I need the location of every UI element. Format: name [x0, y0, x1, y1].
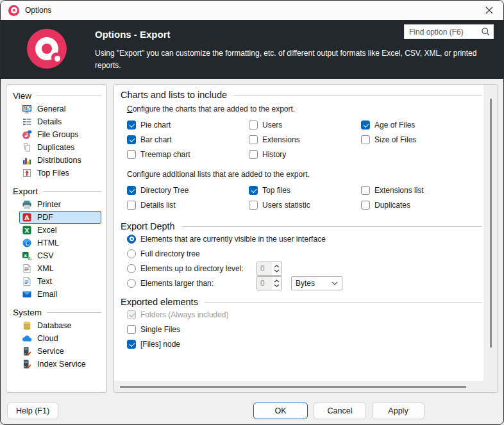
text-file-icon [22, 276, 32, 287]
vertical-scrollbar-thumb[interactable] [490, 99, 492, 347]
checkbox-box [361, 121, 370, 129]
horizontal-scrollbar-thumb[interactable] [120, 386, 466, 388]
sidebar-item-cloud[interactable]: Cloud [19, 332, 101, 345]
checkbox-label: Directory Tree [140, 186, 189, 195]
sidebar-item-csv[interactable]: xa, CSV [19, 249, 101, 262]
cancel-button[interactable]: Cancel [314, 403, 366, 419]
checkbox-box [361, 135, 370, 144]
checkbox-directory-tree[interactable]: Directory Tree [127, 183, 249, 197]
checkbox-size-of-files[interactable]: Size of Files [361, 132, 482, 147]
close-button[interactable] [475, 1, 503, 20]
checkbox-label: Pie chart [140, 121, 171, 129]
scrollbar-corner [483, 381, 498, 392]
checkbox-label: Extensions [262, 135, 300, 144]
radio-visible-elements[interactable]: Elements that are currently visible in t… [127, 231, 482, 246]
sidebar-item-top-files[interactable]: Top Files [19, 167, 101, 179]
lists-caption: Configure additional lists that are adde… [127, 170, 482, 179]
sidebar-item-html[interactable]: HTML [19, 237, 101, 249]
checkbox-extensions[interactable]: Extensions [249, 132, 361, 147]
sidebar-item-excel[interactable]: X Excel [19, 224, 101, 237]
radio-elements-larger-than[interactable]: Elements larger than: 0 Bytes [127, 276, 482, 290]
group-title: Exported elements [121, 297, 198, 307]
csv-icon: xa, [22, 251, 32, 261]
checkbox-details-list[interactable]: Details list [127, 197, 249, 212]
sidebar-item-label: Service [37, 347, 64, 356]
sidebar-item-file-groups[interactable]: File Groups [19, 128, 101, 141]
sidebar-item-label: XML [37, 264, 54, 273]
index-service-icon [22, 359, 32, 369]
radio-elements-up-to-level[interactable]: Elements up to directory level: 0 [127, 261, 482, 276]
horizontal-scrollbar[interactable] [114, 381, 483, 392]
bar-chart-icon [22, 155, 32, 165]
sidebar-item-email[interactable]: Email [19, 288, 101, 301]
sidebar-item-index-service[interactable]: Index Service [19, 358, 101, 371]
checkbox-box [127, 135, 136, 144]
checkbox-pie-chart[interactable]: Pie chart [127, 117, 249, 132]
svg-text:X: X [24, 227, 29, 234]
help-button[interactable]: Help (F1) [7, 403, 58, 419]
size-spinner[interactable]: 0 [256, 276, 282, 290]
sidebar-item-label: Excel [37, 226, 57, 235]
section-label: View [13, 91, 31, 101]
checkbox-duplicates[interactable]: Duplicates [361, 197, 482, 212]
sidebar-item-text[interactable]: Text [19, 275, 101, 288]
sidebar-item-label: Printer [37, 200, 61, 209]
sidebar-item-printer[interactable]: Printer [19, 198, 101, 211]
checkbox-label: Age of Files [374, 121, 415, 129]
chevron-down-icon [332, 281, 338, 285]
browser-icon [22, 238, 32, 248]
radio-full-directory-tree[interactable]: Full directory tree [127, 246, 482, 261]
close-icon [485, 6, 493, 14]
page-description: Using "Export" you can customize the for… [95, 47, 485, 71]
find-option-search[interactable] [404, 24, 494, 39]
sidebar-section-export: Export [6, 184, 106, 198]
unit-dropdown[interactable]: Bytes [291, 276, 342, 290]
sidebar-item-general[interactable]: General [19, 103, 101, 115]
lists-checkbox-grid: Directory Tree Details list Top files Us… [127, 183, 482, 212]
checkbox-box [127, 186, 136, 195]
sidebar-item-duplicates[interactable]: Duplicates [19, 141, 101, 154]
charts-caption: Configure the charts that are added to t… [127, 104, 482, 113]
checkbox-top-files[interactable]: Top files [249, 183, 361, 197]
checkbox-files-node[interactable]: [Files] node [127, 340, 180, 349]
sidebar-item-label: HTML [37, 238, 59, 247]
main-panel: Charts and lists to include Configure th… [113, 84, 498, 393]
chevron-down-icon [274, 269, 280, 272]
spinner-arrows[interactable] [272, 277, 281, 290]
checkbox-users-statistic[interactable]: Users statistic [249, 197, 361, 212]
spinner-arrows[interactable] [272, 262, 281, 275]
vertical-scrollbar[interactable] [483, 85, 498, 381]
charts-checkbox-grid: Pie chart Bar chart Treemap chart Users … [127, 117, 482, 162]
checkbox-bar-chart[interactable]: Bar chart [127, 132, 249, 147]
checkbox-box [249, 121, 258, 129]
checkbox-single-files[interactable]: Single Files [127, 325, 180, 334]
spinner-value: 0 [257, 277, 272, 290]
sidebar-item-label: General [37, 104, 65, 113]
checkbox-label: Top files [262, 186, 290, 195]
sidebar-item-pdf[interactable]: A PDF [19, 211, 101, 224]
settings-content: Charts and lists to include Configure th… [114, 85, 483, 381]
checkbox-box [249, 135, 258, 144]
sidebar-item-xml[interactable]: XML [19, 262, 101, 275]
checkbox-box [361, 201, 370, 210]
apply-button[interactable]: Apply [372, 403, 424, 419]
checkbox-box [127, 325, 136, 334]
exported-elements-options: Folders (Always included) Single Files [… [127, 307, 482, 351]
checkbox-users[interactable]: Users [249, 117, 361, 132]
radio-label: Elements larger than: [140, 279, 256, 288]
directory-level-spinner[interactable]: 0 [256, 262, 282, 276]
checkbox-age-of-files[interactable]: Age of Files [361, 117, 482, 132]
sidebar-section-system: System [6, 305, 106, 319]
ok-button[interactable]: OK [253, 403, 308, 419]
radio-label: Elements up to directory level: [140, 264, 256, 273]
sidebar-item-service[interactable]: Service [19, 345, 101, 358]
list-icon [22, 117, 32, 127]
checkbox-extensions-list[interactable]: Extensions list [361, 183, 482, 197]
sidebar-item-details[interactable]: Details [19, 115, 101, 128]
search-input[interactable] [409, 28, 481, 37]
checkbox-label: Details list [140, 201, 176, 210]
checkbox-treemap-chart[interactable]: Treemap chart [127, 147, 249, 162]
checkbox-history[interactable]: History [249, 147, 361, 162]
sidebar-item-database[interactable]: Database [19, 319, 101, 332]
sidebar-item-distributions[interactable]: Distributions [19, 154, 101, 167]
